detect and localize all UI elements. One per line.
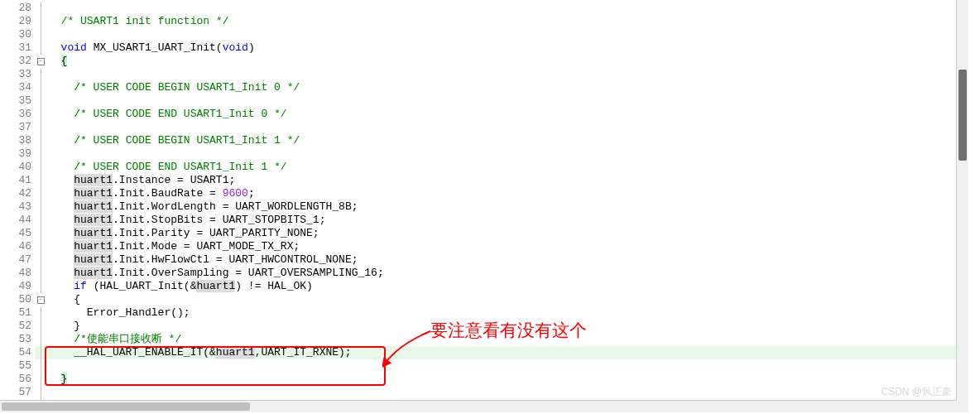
fold-column[interactable] <box>35 147 46 161</box>
vertical-scrollbar-thumb[interactable] <box>958 70 967 161</box>
code-line[interactable]: 28 <box>0 2 968 15</box>
code-line[interactable]: 43 huart1.Init.WordLength = UART_WORDLEN… <box>0 200 968 214</box>
code-line[interactable]: 57 <box>0 386 968 399</box>
fold-minus-icon[interactable]: - <box>37 58 45 65</box>
fold-column[interactable]: - <box>35 293 46 306</box>
code-content[interactable] <box>46 2 968 15</box>
code-line[interactable]: 31 void MX_USART1_UART_Init(void) <box>0 41 968 55</box>
code-line[interactable]: 40 /* USER CODE END USART1_Init 1 */ <box>0 161 968 174</box>
code-content[interactable]: /* USART1 init function */ <box>46 15 968 28</box>
code-editor[interactable]: 2829 /* USART1 init function */3031 void… <box>0 0 968 412</box>
code-line[interactable]: 29 /* USART1 init function */ <box>0 15 968 28</box>
fold-column[interactable] <box>35 240 46 253</box>
code-content[interactable]: /*使能串口接收断 */ <box>46 333 968 346</box>
code-line[interactable]: 33 <box>0 68 968 81</box>
fold-column[interactable] <box>35 68 46 81</box>
fold-column[interactable] <box>35 94 46 108</box>
fold-column[interactable] <box>35 81 46 94</box>
code-content[interactable]: huart1.Instance = USART1; <box>46 174 968 187</box>
horizontal-scrollbar[interactable] <box>0 400 968 412</box>
code-content[interactable]: huart1.Init.WordLength = UART_WORDLENGTH… <box>46 200 968 214</box>
code-content[interactable] <box>46 94 968 108</box>
fold-column[interactable] <box>35 386 46 399</box>
fold-column[interactable] <box>35 108 46 121</box>
code-content[interactable] <box>46 28 968 41</box>
fold-minus-icon[interactable]: - <box>37 296 45 304</box>
code-content[interactable]: huart1.Init.Mode = UART_MODE_TX_RX; <box>46 240 968 253</box>
code-content[interactable]: void MX_USART1_UART_Init(void) <box>46 41 968 55</box>
code-content[interactable]: } <box>46 373 968 386</box>
fold-column[interactable] <box>35 253 46 267</box>
code-line[interactable]: 32- { <box>0 55 968 68</box>
fold-column[interactable] <box>35 280 46 293</box>
line-number: 29 <box>0 15 35 28</box>
code-content[interactable]: huart1.Init.Parity = UART_PARITY_NONE; <box>46 227 968 240</box>
fold-column[interactable] <box>35 28 46 41</box>
code-content[interactable]: { <box>46 293 968 306</box>
code-area[interactable]: 2829 /* USART1 init function */3031 void… <box>0 0 968 399</box>
code-content[interactable]: huart1.Init.BaudRate = 9600; <box>46 187 968 200</box>
vertical-scrollbar[interactable] <box>956 0 968 401</box>
code-line[interactable]: 54 __HAL_UART_ENABLE_IT(&huart1,UART_IT_… <box>0 346 968 359</box>
code-content[interactable] <box>46 68 968 81</box>
code-line[interactable]: 37 <box>0 121 968 134</box>
code-content[interactable]: /* USER CODE END USART1_Init 0 */ <box>46 108 968 121</box>
code-content[interactable]: if (HAL_UART_Init(&huart1) != HAL_OK) <box>46 280 968 293</box>
fold-column[interactable] <box>35 333 46 346</box>
fold-column[interactable] <box>35 267 46 280</box>
line-number: 28 <box>0 2 35 15</box>
fold-column[interactable] <box>35 306 46 320</box>
fold-column[interactable] <box>35 41 46 55</box>
code-line[interactable]: 55 <box>0 359 968 373</box>
code-line[interactable]: 49 if (HAL_UART_Init(&huart1) != HAL_OK) <box>0 280 968 293</box>
code-line[interactable]: 45 huart1.Init.Parity = UART_PARITY_NONE… <box>0 227 968 240</box>
fold-column[interactable] <box>35 161 46 174</box>
code-line[interactable]: 44 huart1.Init.StopBits = UART_STOPBITS_… <box>0 214 968 227</box>
code-content[interactable]: { <box>46 55 968 68</box>
code-line[interactable]: 46 huart1.Init.Mode = UART_MODE_TX_RX; <box>0 240 968 253</box>
code-line[interactable]: 52 } <box>0 320 968 333</box>
fold-column[interactable] <box>35 320 46 333</box>
code-line[interactable]: 39 <box>0 147 968 161</box>
code-line[interactable]: 48 huart1.Init.OverSampling = UART_OVERS… <box>0 267 968 280</box>
code-line[interactable]: 41 huart1.Instance = USART1; <box>0 174 968 187</box>
fold-column[interactable] <box>35 174 46 187</box>
fold-column[interactable] <box>35 2 46 15</box>
fold-column[interactable] <box>35 187 46 200</box>
code-content[interactable]: } <box>46 320 968 333</box>
code-line[interactable]: 42 huart1.Init.BaudRate = 9600; <box>0 187 968 200</box>
code-content[interactable]: /* USER CODE END USART1_Init 1 */ <box>46 161 968 174</box>
code-content[interactable]: huart1.Init.HwFlowCtl = UART_HWCONTROL_N… <box>46 253 968 267</box>
fold-column[interactable] <box>35 15 46 28</box>
code-content[interactable] <box>46 386 968 399</box>
fold-column[interactable] <box>35 373 46 386</box>
code-content[interactable]: /* USER CODE BEGIN USART1_Init 1 */ <box>46 134 968 147</box>
code-content[interactable]: huart1.Init.OverSampling = UART_OVERSAMP… <box>46 267 968 280</box>
code-line[interactable]: 51 Error_Handler(); <box>0 306 968 320</box>
code-line[interactable]: 34 /* USER CODE BEGIN USART1_Init 0 */ <box>0 81 968 94</box>
horizontal-scrollbar-thumb[interactable] <box>2 402 250 411</box>
code-line[interactable]: 47 huart1.Init.HwFlowCtl = UART_HWCONTRO… <box>0 253 968 267</box>
code-content[interactable] <box>46 147 968 161</box>
fold-column[interactable] <box>35 214 46 227</box>
code-line[interactable]: 35 <box>0 94 968 108</box>
fold-column[interactable] <box>35 359 46 373</box>
code-line[interactable]: 53 /*使能串口接收断 */ <box>0 333 968 346</box>
fold-column[interactable]: - <box>35 55 46 68</box>
code-line[interactable]: 36 /* USER CODE END USART1_Init 0 */ <box>0 108 968 121</box>
code-content[interactable]: Error_Handler(); <box>46 306 968 320</box>
fold-column[interactable] <box>35 121 46 134</box>
fold-column[interactable] <box>35 346 46 359</box>
code-line[interactable]: 56 } <box>0 373 968 386</box>
code-content[interactable]: /* USER CODE BEGIN USART1_Init 0 */ <box>46 81 968 94</box>
fold-column[interactable] <box>35 200 46 214</box>
code-line[interactable]: 38 /* USER CODE BEGIN USART1_Init 1 */ <box>0 134 968 147</box>
code-content[interactable] <box>46 359 968 373</box>
fold-column[interactable] <box>35 134 46 147</box>
code-content[interactable] <box>46 121 968 134</box>
code-line[interactable]: 30 <box>0 28 968 41</box>
fold-column[interactable] <box>35 227 46 240</box>
code-line[interactable]: 50- { <box>0 293 968 306</box>
code-content[interactable]: __HAL_UART_ENABLE_IT(&huart1,UART_IT_RXN… <box>46 346 968 359</box>
code-content[interactable]: huart1.Init.StopBits = UART_STOPBITS_1; <box>46 214 968 227</box>
